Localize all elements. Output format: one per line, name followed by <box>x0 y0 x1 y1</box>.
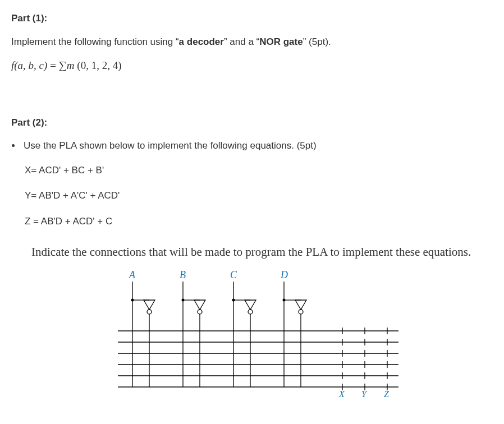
func-args: (0, 1, 2, 4) <box>75 59 122 71</box>
output-label-y: Y <box>361 389 368 398</box>
func-lhs: f(a, b, c) <box>11 59 47 71</box>
part1-decoder-bold: a decoder <box>179 36 224 47</box>
svg-marker-3 <box>144 300 155 310</box>
equation-x: X= ACD' + BC + B' <box>25 163 493 178</box>
part1-description: Implement the following function using “… <box>11 35 493 49</box>
input-label-c: C <box>230 269 237 280</box>
part2-bullet: Use the PLA shown below to implement the… <box>21 139 493 153</box>
svg-marker-17 <box>245 300 256 310</box>
part2-bullet-list: Use the PLA shown below to implement the… <box>11 139 493 153</box>
func-m: m <box>67 59 75 71</box>
part1-desc-prefix: Implement the following function using “ <box>11 36 179 47</box>
output-label-x: X <box>338 389 345 398</box>
part1-heading: Part (1): <box>11 11 493 26</box>
equation-z: Z = AB'D + ACD' + C <box>25 214 493 229</box>
input-label-d: D <box>280 269 288 280</box>
row-ticks <box>342 328 387 390</box>
func-eq: = <box>47 59 58 71</box>
part1-function: f(a, b, c) = ∑m (0, 1, 2, 4) <box>11 57 493 74</box>
func-sum: ∑ <box>59 59 67 71</box>
svg-marker-24 <box>295 300 306 310</box>
input-label-a: A <box>129 269 136 280</box>
part1-desc-suffix: ” (5pt). <box>303 36 331 47</box>
part2-heading: Part (2): <box>11 116 493 130</box>
equations-block: X= ACD' + BC + B' Y= AB'D + A'C' + ACD' … <box>11 163 493 229</box>
part2-instruction: Indicate the connections that will be ma… <box>11 244 493 260</box>
svg-marker-10 <box>194 300 205 310</box>
pla-diagram: A B C D <box>107 269 410 398</box>
part1-nor-bold: NOR gate <box>259 36 303 47</box>
part1-desc-mid: ” and a “ <box>224 36 259 47</box>
equation-y: Y= AB'D + A'C' + ACD' <box>25 188 493 203</box>
output-label-z: Z <box>384 389 390 398</box>
input-label-b: B <box>180 269 186 280</box>
